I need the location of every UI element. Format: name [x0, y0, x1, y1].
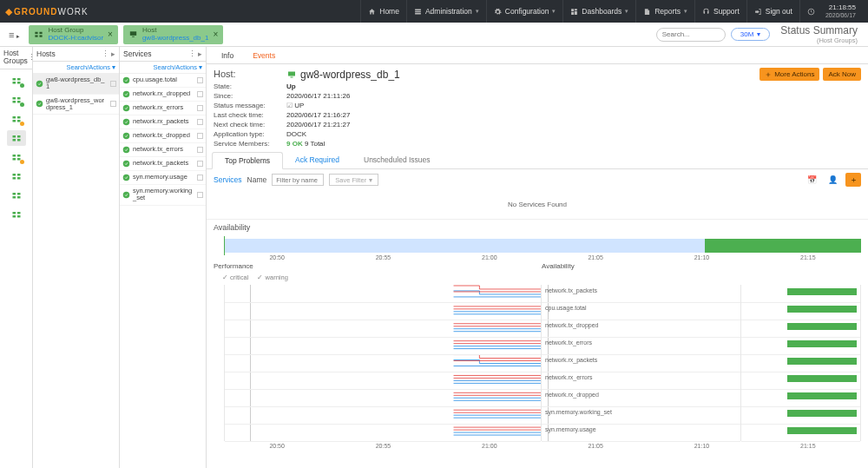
service-checkbox[interactable]	[197, 105, 203, 111]
column-menu-icon[interactable]: ⋮ ▸	[188, 49, 202, 58]
svg-rect-17	[12, 120, 16, 122]
svg-rect-24	[17, 155, 21, 157]
save-filter-button[interactable]: Save Filter▾	[329, 174, 378, 186]
calendar-icon[interactable]: 📅	[804, 173, 819, 187]
svg-rect-9	[12, 82, 16, 84]
nav-dashboards[interactable]: Dashboards▾	[562, 0, 635, 23]
service-item[interactable]: network.rx_packets	[120, 115, 206, 129]
svg-rect-50	[288, 72, 295, 76]
service-checkbox[interactable]	[197, 77, 203, 83]
close-icon[interactable]: ×	[213, 30, 218, 39]
svg-rect-10	[17, 82, 21, 84]
secondary-bar: ≡ ▸ Host GroupDOCK-H:cadvisor × Hostgw8-…	[0, 23, 868, 47]
service-checkbox[interactable]	[197, 147, 203, 153]
services-search-actions[interactable]: Search/Actions ▾	[120, 62, 206, 74]
ack-now-button[interactable]: Ack Now	[823, 68, 861, 81]
hostgroup-item[interactable]	[7, 73, 26, 89]
hostgroup-item[interactable]	[7, 188, 26, 203]
nav-home[interactable]: Home	[360, 0, 406, 23]
svg-point-39	[36, 81, 43, 88]
tab-host[interactable]: Hostgw8-wordpress_db_1 ×	[123, 25, 223, 44]
svg-rect-28	[17, 174, 21, 176]
service-item[interactable]: network.rx_dropped	[120, 88, 206, 102]
subtab-top-problems[interactable]: Top Problems	[212, 152, 283, 169]
service-checkbox[interactable]	[197, 91, 203, 97]
svg-rect-34	[17, 196, 21, 199]
tab-events[interactable]: Events	[243, 47, 285, 63]
service-item[interactable]: network.tx_dropped	[120, 129, 206, 143]
svg-rect-16	[17, 116, 21, 119]
svg-rect-30	[17, 177, 21, 180]
host-item[interactable]: gw8-wordpress_wordpress_1	[33, 95, 119, 115]
nav-reports[interactable]: Reports▾	[635, 0, 694, 23]
hostgroup-item[interactable]	[7, 207, 26, 222]
filter-input[interactable]	[272, 174, 324, 186]
service-checkbox[interactable]	[197, 133, 203, 139]
svg-rect-5	[130, 31, 136, 36]
service-availability-bar	[787, 306, 857, 313]
hostgroup-item[interactable]	[7, 130, 26, 146]
tab-host-group[interactable]: Host GroupDOCK-H:cadvisor ×	[29, 25, 117, 44]
service-item[interactable]: syn.memory.working_set	[120, 185, 206, 206]
availability-timeline	[224, 239, 861, 253]
service-item[interactable]: syn.memory.usage	[120, 171, 206, 185]
svg-rect-38	[17, 215, 21, 218]
performance-title: Performance	[214, 262, 542, 270]
perf-service-label: network.rx_packets	[545, 357, 597, 363]
service-item[interactable]: network.rx_errors	[120, 102, 206, 115]
service-item[interactable]: cpu.usage.total	[120, 74, 206, 88]
hostgroup-item[interactable]	[7, 149, 26, 165]
svg-point-42	[123, 91, 130, 98]
nav-sign-out[interactable]: Sign out	[746, 0, 799, 23]
service-item[interactable]: network.tx_errors	[120, 143, 206, 157]
svg-rect-1	[36, 32, 38, 34]
hosts-search-actions[interactable]: Search/Actions ▾	[33, 62, 119, 74]
host-checkbox[interactable]	[110, 81, 116, 87]
admin-icon	[414, 8, 422, 16]
logo-text: GROUNDWORK	[14, 7, 89, 16]
availability-column-title: Availability	[542, 262, 861, 270]
svg-rect-29	[12, 177, 16, 180]
services-link[interactable]: Services	[214, 175, 242, 184]
host-item[interactable]: gw8-wordpress_db_1	[33, 74, 119, 95]
hostgroup-item[interactable]	[7, 168, 26, 184]
host-icon	[286, 69, 297, 80]
service-checkbox[interactable]	[197, 161, 203, 167]
dashboard-icon	[570, 8, 578, 16]
column-menu-icon[interactable]: ⋮ ▸	[102, 49, 115, 58]
global-search-input[interactable]	[656, 28, 726, 42]
nav-administration[interactable]: Administration▾	[406, 0, 486, 23]
perf-service-label: network.tx_packets	[545, 287, 597, 293]
host-checkbox[interactable]	[110, 101, 116, 107]
status-summary-label: Status Summary (Host Groups)	[775, 24, 863, 44]
more-actions-button[interactable]: More Actions	[760, 68, 819, 81]
service-item[interactable]: network.tx_packets	[120, 157, 206, 171]
logout-icon	[754, 8, 762, 16]
svg-point-45	[123, 133, 130, 140]
svg-point-44	[123, 119, 130, 126]
add-service-button[interactable]: ＋	[845, 173, 861, 187]
time-range-picker[interactable]: 30M▾	[731, 28, 771, 41]
svg-point-46	[123, 147, 130, 154]
home-icon	[368, 8, 376, 16]
service-checkbox[interactable]	[197, 175, 203, 181]
svg-rect-7	[12, 78, 16, 81]
close-icon[interactable]: ×	[108, 30, 113, 39]
service-checkbox[interactable]	[197, 119, 203, 125]
service-checkbox[interactable]	[197, 192, 203, 198]
nav-configuration[interactable]: Configuration▾	[486, 0, 563, 23]
svg-rect-8	[17, 78, 21, 81]
svg-rect-4	[40, 35, 43, 36]
perf-legend: ✓ critical ✓ warning	[207, 272, 868, 283]
tab-info[interactable]: Info	[212, 47, 243, 63]
nav-support[interactable]: Support	[694, 0, 746, 23]
perf-service-label: network.tx_errors	[545, 339, 592, 346]
svg-rect-15	[12, 116, 16, 119]
menu-toggle[interactable]: ≡ ▸	[5, 28, 23, 42]
subtab-ack-required[interactable]: Ack Required	[283, 152, 352, 168]
hostgroup-item[interactable]	[7, 111, 26, 127]
name-label: Name	[247, 175, 267, 184]
hostgroup-item[interactable]	[7, 92, 26, 108]
user-icon[interactable]: 👤	[825, 173, 840, 187]
subtab-unscheduled[interactable]: Unscheduled Issues	[352, 152, 443, 168]
